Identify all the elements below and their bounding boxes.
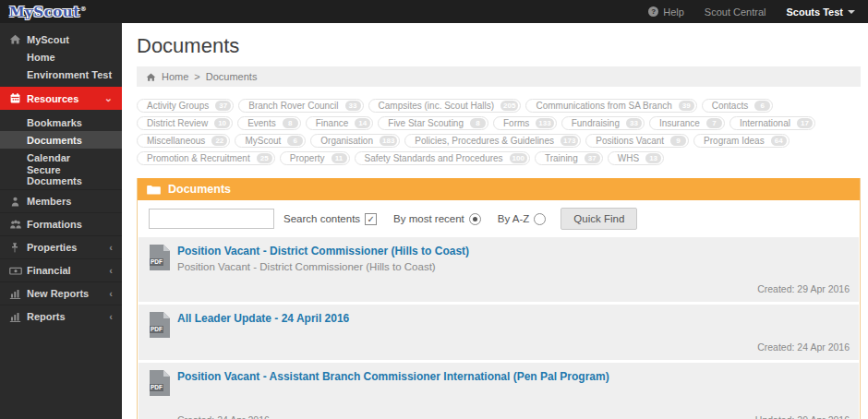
created-date: Created: 24 Apr 2016 bbox=[177, 414, 270, 419]
tag-label: Promotion & Recruitment bbox=[147, 153, 250, 163]
sidebar-item-reports[interactable]: Reports ‹ bbox=[0, 305, 122, 328]
pdf-icon: PDF bbox=[148, 370, 170, 419]
tag-positions-vacant[interactable]: Positions Vacant9 bbox=[585, 134, 689, 148]
document-body: Position Vacant - District Commissioner … bbox=[177, 245, 850, 294]
tag-count-badge: 37 bbox=[215, 101, 231, 111]
tag-five-star-scouting[interactable]: Five Star Scouting8 bbox=[378, 116, 488, 130]
tag-label: Training bbox=[545, 153, 578, 163]
chevron-down-icon bbox=[848, 10, 855, 14]
tag-branch-rover-council[interactable]: Branch Rover Council33 bbox=[238, 99, 363, 113]
checkmark-icon: ✓ bbox=[367, 214, 374, 224]
tag-count-badge: 9 bbox=[670, 136, 686, 146]
help-icon: ? bbox=[648, 6, 658, 17]
myscout-logo[interactable]: MyScout® bbox=[9, 4, 87, 20]
radio-dot bbox=[473, 217, 477, 221]
tag-campsites[interactable]: Campsites (inc. Scout Halls)205 bbox=[368, 99, 522, 113]
sidebar-label: Environment Test bbox=[27, 69, 112, 80]
tag-count-badge: 14 bbox=[355, 118, 370, 128]
scout-central-link[interactable]: Scout Central bbox=[705, 6, 766, 18]
sort-recent-radio[interactable] bbox=[469, 213, 481, 225]
tag-myscout[interactable]: MyScout6 bbox=[235, 134, 306, 148]
panel-title: Documents bbox=[168, 183, 231, 196]
breadcrumb-home[interactable]: Home bbox=[162, 71, 188, 82]
sidebar-item-properties[interactable]: Properties ‹ bbox=[0, 235, 122, 258]
sidebar-item-home[interactable]: Home bbox=[0, 48, 122, 66]
tag-label: International bbox=[740, 118, 790, 128]
home-icon bbox=[146, 72, 156, 82]
tag-count-badge: 39 bbox=[679, 101, 694, 111]
tag-count-badge: 33 bbox=[345, 101, 361, 111]
document-row: PDF Position Vacant - Assistant Branch C… bbox=[139, 363, 859, 419]
documents-panel: Documents Search contents ✓ By most rece… bbox=[137, 178, 861, 419]
tag-finance[interactable]: Finance14 bbox=[306, 116, 374, 130]
tag-label: Organisation bbox=[320, 136, 373, 146]
tag-organisation[interactable]: Organisation183 bbox=[310, 134, 400, 148]
tag-label: Activity Groups bbox=[147, 101, 209, 111]
document-title-link[interactable]: Position Vacant - Assistant Branch Commi… bbox=[177, 370, 850, 383]
sidebar-item-bookmarks[interactable]: Bookmarks bbox=[0, 114, 122, 131]
chevron-left-icon: ‹ bbox=[109, 243, 113, 253]
quick-find-button[interactable]: Quick Find bbox=[561, 208, 637, 230]
folder-icon bbox=[147, 185, 161, 195]
sidebar-label: Formations bbox=[27, 219, 82, 230]
sort-az-radio[interactable] bbox=[534, 213, 546, 225]
document-title-link[interactable]: Position Vacant - District Commissioner … bbox=[177, 245, 850, 257]
search-contents-label: Search contents bbox=[283, 213, 360, 224]
bar-chart-icon bbox=[9, 288, 27, 300]
tag-label: WHS bbox=[618, 153, 639, 163]
user-menu[interactable]: Scouts Test bbox=[786, 6, 855, 18]
sidebar-item-financial[interactable]: Financial ‹ bbox=[0, 258, 122, 281]
group-icon bbox=[9, 219, 27, 231]
tag-safety-standards-procedures[interactable]: Safety Standards and Procedures100 bbox=[355, 151, 530, 165]
created-date: Created: 24 Apr 2016 bbox=[757, 341, 850, 353]
tag-label: Safety Standards and Procedures bbox=[365, 153, 503, 163]
sidebar: MyScout Home Environment Test Resources … bbox=[0, 23, 122, 419]
sidebar-item-new-reports[interactable]: New Reports ‹ bbox=[0, 281, 122, 305]
sidebar-item-myscout[interactable]: MyScout bbox=[0, 30, 122, 48]
tag-district-review[interactable]: District Review10 bbox=[137, 116, 233, 130]
tag-insurance[interactable]: Insurance7 bbox=[649, 116, 725, 130]
topbar-links: ? Help Scout Central Scouts Test bbox=[648, 6, 868, 18]
tag-count-badge: 6 bbox=[754, 101, 770, 111]
sidebar-item-documents[interactable]: Documents bbox=[0, 131, 122, 149]
sidebar-item-members[interactable]: Members bbox=[0, 189, 122, 212]
tag-count-badge: 22 bbox=[211, 136, 227, 146]
tag-training[interactable]: Training37 bbox=[535, 151, 603, 165]
tag-count-badge: 13 bbox=[645, 153, 661, 163]
document-row: PDF All Leader Update - 24 April 2016 Cr… bbox=[139, 305, 859, 360]
tag-count-badge: 11 bbox=[332, 153, 347, 163]
tag-count-badge: 17 bbox=[797, 118, 813, 128]
document-title-link[interactable]: All Leader Update - 24 April 2016 bbox=[177, 312, 850, 325]
document-description: Position Vacant - District Commissioner … bbox=[177, 261, 850, 272]
updated-date: Updated: 29 Apr 2016 bbox=[755, 414, 850, 419]
tag-policies-procedures-guidelines[interactable]: Policies, Procedures & Guidelines173 bbox=[404, 134, 581, 148]
tag-events[interactable]: Events8 bbox=[237, 116, 301, 130]
tag-forms[interactable]: Forms133 bbox=[493, 116, 557, 130]
sidebar-item-formations[interactable]: Formations bbox=[0, 212, 122, 235]
main-content: Documents Home > Documents Activity Grou… bbox=[122, 23, 868, 419]
tag-miscellaneous[interactable]: Miscellaneous22 bbox=[137, 134, 230, 148]
tag-whs[interactable]: WHS13 bbox=[608, 151, 664, 165]
tag-count-badge: 100 bbox=[510, 153, 527, 163]
tag-contacts[interactable]: Contacts6 bbox=[702, 99, 773, 113]
member-icon bbox=[9, 196, 27, 208]
category-tag-cloud: Activity Groups37 Branch Rover Council33… bbox=[137, 99, 861, 165]
chevron-down-icon: ⌄ bbox=[104, 93, 113, 103]
svg-text:PDF: PDF bbox=[151, 258, 163, 265]
tag-property[interactable]: Property11 bbox=[280, 151, 350, 165]
help-link[interactable]: ? Help bbox=[648, 6, 684, 18]
search-contents-checkbox[interactable]: ✓ bbox=[365, 213, 377, 225]
tag-fundraising[interactable]: Fundraising33 bbox=[561, 116, 645, 130]
search-input[interactable] bbox=[149, 209, 274, 229]
sidebar-item-secure-documents[interactable]: Secure Documents bbox=[0, 166, 122, 184]
sidebar-item-resources[interactable]: Resources ⌄ bbox=[0, 87, 122, 110]
tag-promotion-recruitment[interactable]: Promotion & Recruitment25 bbox=[137, 151, 275, 165]
tag-label: Positions Vacant bbox=[596, 136, 664, 146]
tag-activity-groups[interactable]: Activity Groups37 bbox=[137, 99, 234, 113]
tag-international[interactable]: International17 bbox=[729, 116, 815, 130]
tag-program-ideas[interactable]: Program Ideas64 bbox=[693, 134, 790, 148]
sidebar-item-environment-test[interactable]: Environment Test bbox=[0, 66, 122, 83]
tag-communications-from-sa-branch[interactable]: Communications from SA Branch39 bbox=[525, 99, 696, 113]
tag-count-badge: 8 bbox=[470, 118, 486, 128]
help-label: Help bbox=[663, 6, 684, 18]
